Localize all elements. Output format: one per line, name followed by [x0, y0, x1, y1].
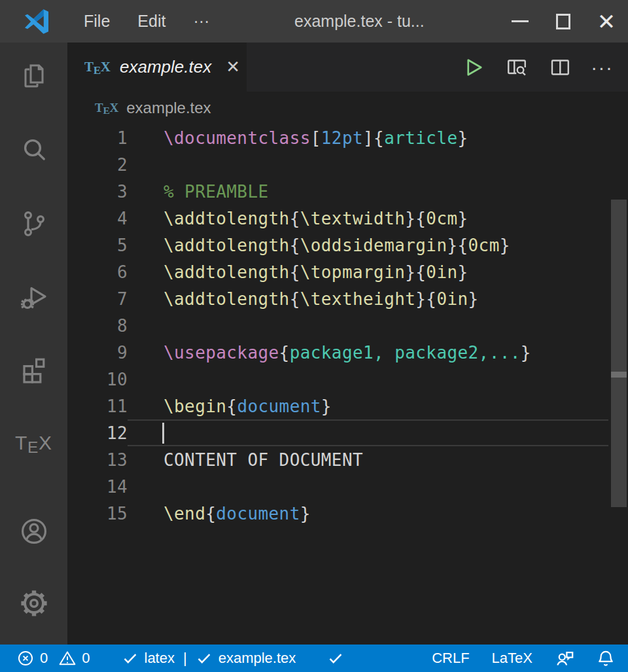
- code-line[interactable]: 12: [67, 419, 628, 446]
- code-line[interactable]: 6\addtolength{\topmargin}{0in}: [67, 258, 628, 285]
- vscode-logo-icon: [20, 6, 54, 37]
- sidebar-item-run-debug[interactable]: [18, 281, 50, 313]
- vertical-scrollbar[interactable]: [611, 200, 627, 507]
- breadcrumb[interactable]: TEX example.tex: [67, 92, 628, 124]
- line-number: 9: [67, 339, 128, 366]
- line-content: \addtolength{\oddsidemargin}{0cm}: [128, 232, 608, 258]
- menubar: File Edit ···: [75, 8, 218, 35]
- code-token: [: [311, 128, 321, 148]
- minimize-icon: [512, 20, 529, 22]
- editor-actions: ...: [462, 43, 614, 92]
- code-line[interactable]: 15\end{document}: [67, 500, 628, 527]
- code-token: }{: [447, 236, 468, 255]
- check-icon: [196, 650, 213, 667]
- code-line[interactable]: 9\usepackage{package1, package2,...}: [67, 339, 628, 366]
- language-indicator[interactable]: LaTeX: [492, 650, 532, 667]
- menu-edit[interactable]: Edit: [128, 8, 175, 35]
- code-token: CONTENT OF DOCUMENT: [164, 450, 363, 470]
- sidebar-item-extensions[interactable]: [18, 353, 50, 385]
- code-line[interactable]: 8: [67, 312, 628, 339]
- line-content: \usepackage{package1, package2,...}: [128, 339, 608, 366]
- split-editor-button[interactable]: [548, 56, 572, 79]
- settings-button[interactable]: [18, 587, 50, 620]
- tex-icon: TEX: [15, 432, 52, 454]
- code-token: }: [500, 236, 510, 255]
- code-line[interactable]: 3% PREAMBLE: [67, 178, 628, 205]
- code-line[interactable]: 4\addtolength{\textwidth}{0cm}: [67, 205, 628, 232]
- code-token: \textheight: [300, 289, 416, 309]
- tab-example-tex[interactable]: TEX example.tex ✕: [67, 43, 247, 92]
- source-control-icon: [18, 208, 50, 239]
- line-number: 3: [67, 178, 128, 205]
- code-line[interactable]: 5\addtolength{\oddsidemargin}{0cm}: [67, 232, 628, 258]
- code-line[interactable]: 1\documentclass[12pt]{article}: [67, 124, 628, 151]
- problems-button[interactable]: 0 0: [17, 650, 90, 667]
- code-token: 0cm: [468, 236, 500, 255]
- code-token: \documentclass: [164, 128, 311, 148]
- scrollbar-cursor-marker: [611, 372, 627, 378]
- code-token: \addtolength: [164, 209, 290, 228]
- close-button[interactable]: ✕: [585, 0, 628, 43]
- code-token: package1, package2,...: [290, 343, 521, 363]
- code-token: \addtolength: [164, 289, 290, 309]
- feedback-icon[interactable]: [555, 648, 574, 668]
- code-token: {: [290, 236, 300, 255]
- files-icon: [18, 61, 50, 92]
- eol-indicator[interactable]: CRLF: [432, 650, 469, 667]
- sidebar-item-search[interactable]: [18, 133, 50, 166]
- code-line[interactable]: 11\begin{document}: [67, 393, 628, 419]
- minimize-button[interactable]: [498, 0, 542, 43]
- code-token: }: [458, 128, 468, 148]
- code-token: \usepackage: [164, 343, 279, 363]
- activity-bar: TEX: [0, 43, 67, 645]
- code-token: }{: [415, 289, 436, 309]
- code-token: }: [468, 289, 479, 309]
- run-button[interactable]: [462, 56, 485, 79]
- code-line[interactable]: 13CONTENT OF DOCUMENT: [67, 446, 628, 473]
- code-token: 0in: [436, 289, 468, 309]
- account-button[interactable]: [18, 515, 50, 548]
- code-line[interactable]: 14: [67, 473, 628, 500]
- code-token: {: [205, 504, 216, 523]
- code-editor[interactable]: 1\documentclass[12pt]{article}23% PREAMB…: [67, 124, 628, 645]
- line-number: 2: [67, 151, 128, 178]
- check-icon: [122, 650, 139, 667]
- code-line[interactable]: 2: [67, 151, 628, 178]
- breadcrumb-file[interactable]: example.tex: [126, 99, 211, 117]
- menu-file[interactable]: File: [75, 8, 119, 35]
- line-number: 4: [67, 205, 128, 232]
- status-left: 0 0 latex | example.tex: [17, 650, 344, 667]
- line-content: [128, 151, 608, 178]
- code-token: 0cm: [426, 209, 457, 228]
- sidebar-item-source-control[interactable]: [18, 207, 50, 240]
- window-controls: ✕: [498, 0, 628, 43]
- bell-icon[interactable]: [597, 649, 615, 667]
- tab-close-icon[interactable]: ✕: [226, 57, 240, 77]
- editor-pane: TEX example.tex ✕: [67, 43, 628, 645]
- tex-file-icon: TEX: [84, 59, 111, 75]
- code-token: {: [226, 397, 237, 416]
- sidebar-item-explorer[interactable]: [18, 60, 50, 93]
- sidebar-item-latex-workshop[interactable]: TEX: [18, 427, 50, 459]
- checked-file-label: example.tex: [218, 650, 296, 667]
- line-content: \documentclass[12pt]{article}: [128, 124, 608, 151]
- menu-more[interactable]: ···: [184, 8, 218, 35]
- search-icon: [18, 134, 50, 166]
- code-token: }: [321, 397, 332, 416]
- code-line[interactable]: 7\addtolength{\textheight}{0in}: [67, 285, 628, 312]
- code-line[interactable]: 10: [67, 366, 628, 393]
- gear-icon: [18, 588, 50, 619]
- view-latex-pdf-button[interactable]: [505, 56, 529, 79]
- code-token: article: [384, 128, 457, 148]
- line-number: 7: [67, 285, 128, 312]
- close-icon: ✕: [597, 10, 616, 33]
- code-token: document: [237, 397, 321, 416]
- run-debug-icon: [18, 281, 50, 313]
- line-number: 12: [67, 419, 128, 446]
- more-actions-button[interactable]: ...: [591, 60, 614, 75]
- build-status[interactable]: [327, 650, 344, 667]
- code-token: document: [216, 504, 300, 523]
- latex-checker-status[interactable]: latex | example.tex: [122, 650, 296, 667]
- code-token: {: [290, 209, 300, 228]
- maximize-button[interactable]: [542, 0, 585, 43]
